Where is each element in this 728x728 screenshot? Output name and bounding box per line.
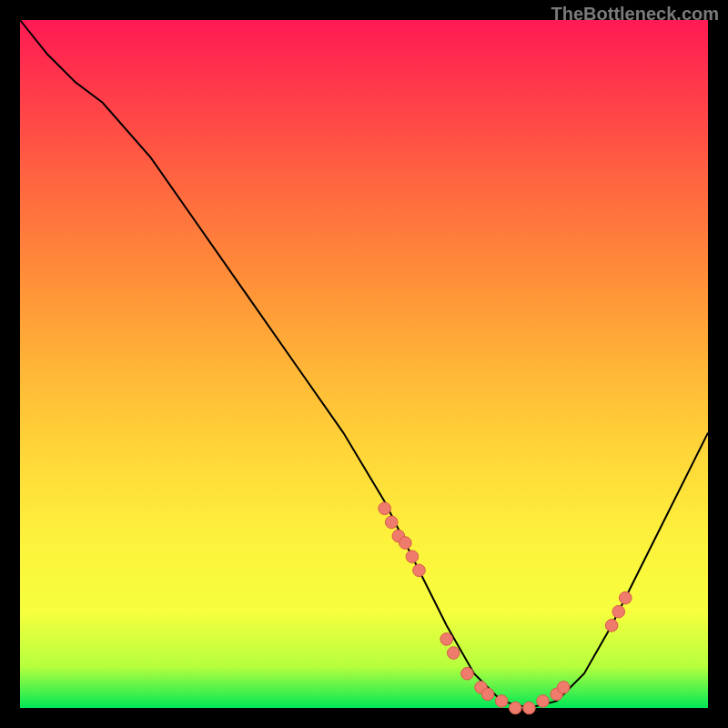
data-point xyxy=(385,516,398,529)
data-point xyxy=(619,592,632,604)
data-point xyxy=(399,537,412,550)
data-point xyxy=(495,695,508,708)
bottleneck-curve xyxy=(20,20,708,708)
data-point xyxy=(406,551,419,563)
data-point xyxy=(481,688,494,701)
data-point xyxy=(440,633,453,646)
data-point xyxy=(461,667,474,680)
watermark-text: TheBottleneck.com xyxy=(551,4,719,25)
data-point xyxy=(379,502,391,515)
points-left-cluster xyxy=(379,502,425,577)
data-point xyxy=(447,647,460,660)
data-point xyxy=(557,682,570,694)
data-point xyxy=(537,695,550,708)
data-point xyxy=(413,564,426,577)
data-point xyxy=(510,702,522,714)
data-point xyxy=(523,702,536,714)
data-point xyxy=(605,619,618,632)
plot-area xyxy=(20,20,708,708)
points-right-cluster xyxy=(605,592,632,632)
data-point xyxy=(612,605,625,618)
chart-svg xyxy=(20,20,708,708)
